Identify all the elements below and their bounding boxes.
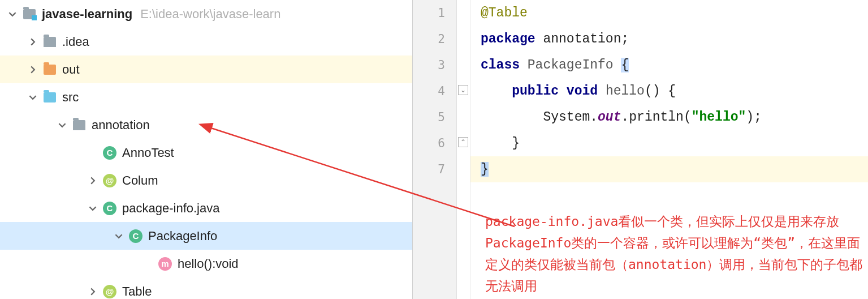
brace-token: }: [481, 162, 489, 177]
tree-node-packageinfojava[interactable]: C package-info.java: [0, 194, 412, 222]
node-label: package-info.java: [122, 201, 219, 216]
string-token: "hello": [692, 110, 746, 125]
chevron-right-icon[interactable]: [87, 175, 98, 186]
module-folder-icon: [23, 7, 36, 21]
annotation-icon: @: [103, 174, 116, 187]
chevron-down-icon[interactable]: [7, 8, 18, 20]
tree-node-src[interactable]: src: [0, 83, 412, 111]
annotation-icon: @: [103, 285, 116, 298]
whitespace: [481, 110, 543, 125]
keyword-token: package: [481, 32, 536, 46]
keyword-token: public: [512, 84, 559, 99]
chevron-down-icon[interactable]: [57, 119, 68, 131]
annotation-token: @Table: [481, 6, 528, 20]
node-label: out: [62, 62, 80, 77]
chevron-down-icon[interactable]: [113, 230, 124, 242]
class-icon: C: [103, 146, 116, 160]
line-number: 3: [413, 52, 445, 78]
node-label: annotation: [92, 118, 150, 133]
tree-node-colum[interactable]: @ Colum: [0, 166, 412, 194]
line-number: 6: [413, 130, 445, 156]
node-label: hello():void: [178, 257, 239, 271]
project-tree[interactable]: javase-learning E:\idea-work\javase-lear…: [0, 0, 413, 299]
node-path: E:\idea-work\javase-learn: [140, 7, 280, 22]
method-icon: m: [158, 257, 172, 271]
node-label: javase-learning: [42, 7, 132, 22]
excluded-folder-icon: [43, 63, 57, 76]
line-number: 4: [413, 78, 445, 104]
chevron-down-icon[interactable]: [27, 92, 38, 103]
node-label: PackageInfo: [148, 229, 217, 244]
chevron-right-icon[interactable]: [87, 286, 98, 297]
chevron-down-icon[interactable]: [87, 203, 98, 214]
tree-node-packageinfo-class[interactable]: C PackageInfo: [0, 222, 412, 250]
identifier-token: .println(: [621, 110, 691, 125]
tree-node-idea[interactable]: .idea: [0, 28, 412, 55]
whitespace: [559, 84, 567, 99]
keyword-token: class: [481, 58, 520, 72]
whitespace: [481, 84, 512, 99]
line-number: 1: [413, 0, 445, 26]
keyword-token: void: [567, 84, 598, 99]
line-number-gutter: 1 2 3 4 5 6 7: [413, 0, 457, 299]
identifier-token: annotation: [536, 32, 621, 46]
fold-marker-icon[interactable]: ⌄: [458, 85, 468, 95]
source-folder-icon: [43, 91, 57, 104]
node-label: Table: [122, 284, 152, 299]
node-label: AnnoTest: [122, 146, 174, 160]
field-token: out: [598, 110, 621, 125]
fold-gutter: ⌄ ⌃: [457, 0, 470, 299]
code-line[interactable]: }: [481, 130, 868, 156]
tree-node-annotation[interactable]: annotation: [0, 111, 412, 139]
brace-token: {: [621, 58, 629, 72]
node-label: Colum: [122, 173, 158, 188]
fold-marker-icon[interactable]: ⌃: [458, 137, 468, 147]
punct-token: );: [746, 110, 762, 125]
class-icon: C: [129, 229, 142, 243]
class-icon: C: [103, 202, 116, 215]
identifier-token: System.: [543, 110, 598, 125]
chevron-right-icon[interactable]: [27, 64, 38, 75]
tree-node-annotest[interactable]: C AnnoTest: [0, 139, 412, 166]
annotation-note: package-info.java看似一个类，但实际上仅仅是用来存放Packag…: [485, 211, 864, 297]
brace-token: }: [512, 136, 520, 151]
punct-token: ;: [621, 32, 629, 46]
tree-node-out[interactable]: out: [0, 55, 412, 83]
tree-node-hello-method[interactable]: m hello():void: [0, 250, 412, 277]
folder-icon: [43, 35, 57, 49]
line-number: 5: [413, 104, 445, 130]
identifier-token: hello: [598, 84, 645, 99]
chevron-right-icon[interactable]: [27, 36, 38, 48]
code-line[interactable]: }: [470, 156, 868, 182]
whitespace: [481, 136, 512, 151]
node-label: .idea: [62, 35, 89, 49]
code-line[interactable]: public void hello() {: [481, 78, 868, 104]
code-line[interactable]: class PackageInfo {: [481, 52, 868, 78]
line-number: 7: [413, 156, 445, 182]
identifier-token: PackageInfo: [520, 58, 621, 72]
code-line[interactable]: package annotation;: [481, 26, 868, 52]
tree-node-root[interactable]: javase-learning E:\idea-work\javase-lear…: [0, 0, 412, 28]
tree-node-table[interactable]: @ Table: [0, 277, 412, 299]
code-line[interactable]: System.out.println("hello");: [481, 104, 868, 130]
line-number: 2: [413, 26, 445, 52]
package-folder-icon: [72, 118, 86, 132]
punct-token: () {: [645, 84, 676, 99]
node-label: src: [62, 90, 79, 105]
code-line[interactable]: @Table: [481, 0, 868, 26]
